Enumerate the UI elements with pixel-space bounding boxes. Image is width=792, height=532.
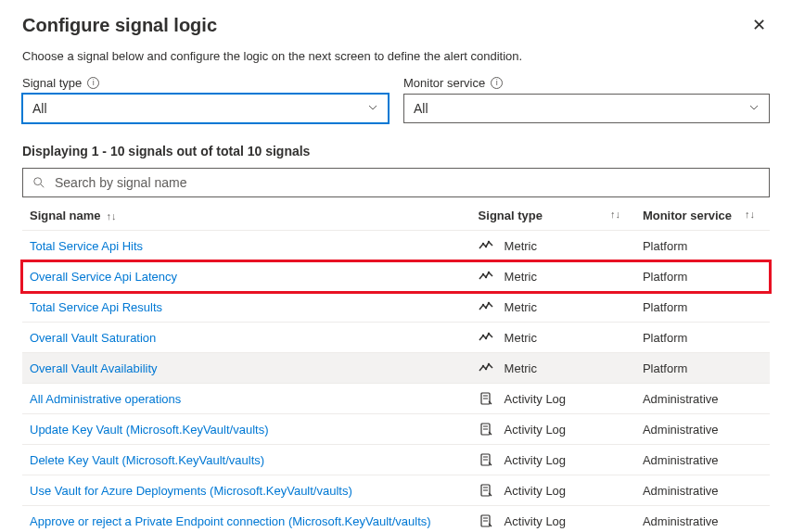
signal-name-link[interactable]: Overall Vault Availability xyxy=(30,361,158,375)
monitor-service-text: Platform xyxy=(635,323,770,353)
svg-point-16 xyxy=(487,363,489,365)
info-icon[interactable]: i xyxy=(87,77,99,89)
signal-name-link[interactable]: Total Service Api Hits xyxy=(30,239,143,253)
monitor-service-text: Administrative xyxy=(635,506,770,533)
table-row[interactable]: Total Service Api ResultsMetricPlatform xyxy=(22,292,770,323)
col-signal-type[interactable]: Signal type↑↓ xyxy=(471,199,635,231)
monitor-service-text: Administrative xyxy=(635,445,770,475)
svg-point-10 xyxy=(487,302,489,304)
signal-type-text: Activity Log xyxy=(505,392,566,406)
subtitle-text: Choose a signal below and configure the … xyxy=(22,49,770,63)
sort-icon: ↑↓ xyxy=(745,209,755,220)
activity-log-icon xyxy=(479,483,493,498)
table-row[interactable]: All Administrative operationsActivity Lo… xyxy=(22,384,770,414)
signal-name-link[interactable]: Overall Vault Saturation xyxy=(30,331,156,345)
svg-point-3 xyxy=(484,246,486,247)
table-row[interactable]: Overall Service Api LatencyMetricPlatfor… xyxy=(22,261,770,292)
search-icon xyxy=(32,176,45,189)
table-row[interactable]: Total Service Api HitsMetricPlatform xyxy=(22,231,770,261)
chevron-down-icon xyxy=(367,102,378,116)
svg-point-11 xyxy=(481,335,483,336)
signal-type-text: Metric xyxy=(505,270,537,284)
monitor-service-dropdown[interactable]: All xyxy=(403,94,770,123)
signal-name-link[interactable]: Approve or reject a Private Endpoint con… xyxy=(30,514,431,528)
signal-type-text: Activity Log xyxy=(505,423,566,437)
signal-name-link[interactable]: Delete Key Vault (Microsoft.KeyVault/vau… xyxy=(30,453,264,467)
svg-point-8 xyxy=(481,304,483,306)
sort-icon: ↑↓ xyxy=(107,210,117,222)
signal-name-link[interactable]: All Administrative operations xyxy=(30,392,181,406)
signal-type-text: Metric xyxy=(505,331,537,345)
signal-type-text: Metric xyxy=(505,239,537,253)
signal-name-link[interactable]: Overall Service Api Latency xyxy=(30,270,177,284)
signal-name-link[interactable]: Total Service Api Results xyxy=(30,300,162,314)
svg-line-1 xyxy=(41,184,45,188)
signal-type-text: Activity Log xyxy=(505,514,566,528)
svg-point-9 xyxy=(484,307,486,309)
info-icon[interactable]: i xyxy=(491,77,503,89)
page-title: Configure signal logic xyxy=(22,15,217,36)
table-row[interactable]: Overall Vault AvailabilityMetricPlatform xyxy=(22,353,770,384)
activity-log-icon xyxy=(479,513,493,528)
chevron-down-icon xyxy=(748,102,760,116)
close-icon[interactable]: ✕ xyxy=(748,15,770,35)
col-signal-name[interactable]: Signal name↑↓ xyxy=(22,199,471,231)
monitor-service-text: Administrative xyxy=(635,475,770,506)
signal-type-text: Activity Log xyxy=(505,453,566,467)
search-input-wrapper[interactable] xyxy=(22,168,770,197)
svg-point-13 xyxy=(487,333,489,335)
result-count: Displaying 1 - 10 signals out of total 1… xyxy=(22,144,770,158)
activity-log-icon xyxy=(479,422,493,437)
signal-type-label: Signal type i xyxy=(22,76,389,90)
signal-name-link[interactable]: Update Key Vault (Microsoft.KeyVault/vau… xyxy=(30,423,268,437)
svg-point-4 xyxy=(487,241,489,243)
table-row[interactable]: Delete Key Vault (Microsoft.KeyVault/vau… xyxy=(22,445,770,475)
svg-point-6 xyxy=(484,276,486,278)
svg-point-2 xyxy=(481,243,483,245)
monitor-service-text: Administrative xyxy=(635,414,770,445)
metric-icon xyxy=(479,269,493,284)
metric-icon xyxy=(479,238,493,253)
metric-icon xyxy=(479,299,493,314)
monitor-service-text: Platform xyxy=(635,261,770,292)
signal-type-text: Metric xyxy=(505,361,537,375)
table-row[interactable]: Update Key Vault (Microsoft.KeyVault/vau… xyxy=(22,414,770,445)
metric-icon xyxy=(479,330,493,345)
monitor-service-label: Monitor service i xyxy=(403,76,770,90)
signal-type-dropdown[interactable]: All xyxy=(22,94,389,123)
svg-point-5 xyxy=(481,273,483,275)
table-row[interactable]: Use Vault for Azure Deployments (Microso… xyxy=(22,475,770,506)
svg-point-14 xyxy=(481,365,483,367)
table-row[interactable]: Overall Vault SaturationMetricPlatform xyxy=(22,323,770,353)
svg-point-0 xyxy=(34,178,42,185)
col-monitor-service[interactable]: Monitor service↑↓ xyxy=(635,199,770,231)
monitor-service-text: Administrative xyxy=(635,384,770,414)
sort-icon: ↑↓ xyxy=(610,209,620,220)
svg-point-15 xyxy=(484,368,486,370)
signal-name-link[interactable]: Use Vault for Azure Deployments (Microso… xyxy=(30,484,352,498)
table-row[interactable]: Approve or reject a Private Endpoint con… xyxy=(22,506,770,533)
signal-type-text: Metric xyxy=(505,300,537,314)
monitor-service-text: Platform xyxy=(635,231,770,261)
monitor-service-text: Platform xyxy=(635,292,770,323)
metric-icon xyxy=(479,361,493,375)
signal-type-text: Activity Log xyxy=(505,484,566,498)
search-input[interactable] xyxy=(53,174,760,191)
activity-log-icon xyxy=(479,391,493,406)
signal-type-value: All xyxy=(32,101,47,116)
svg-point-12 xyxy=(484,337,486,339)
monitor-service-text: Platform xyxy=(635,353,770,384)
svg-point-7 xyxy=(487,272,489,273)
activity-log-icon xyxy=(479,452,493,467)
monitor-service-value: All xyxy=(414,101,428,116)
